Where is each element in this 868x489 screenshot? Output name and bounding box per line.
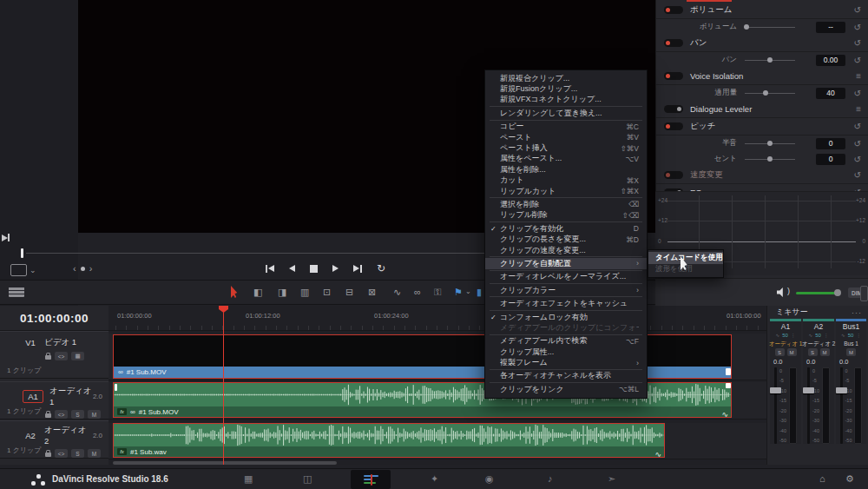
audio-level-curve-icon[interactable]: ∿	[721, 410, 728, 419]
mixer-strip-bus1[interactable]: Bus1∿50⋮Bus 1M0.00-5-10-15-20-30-40-50	[836, 319, 866, 444]
pan-value[interactable]: 50	[815, 333, 821, 338]
skip-back-button[interactable]	[266, 263, 274, 274]
timeline-ruler[interactable]: 01:00:00:0001:00:12:0001:00:24:0001:01:0…	[108, 306, 766, 331]
viewer-options-button[interactable]	[10, 264, 27, 276]
edit-page-icon[interactable]	[364, 475, 378, 485]
razor-tool-icon[interactable]: ▥	[300, 286, 309, 298]
pan-value[interactable]: 50	[848, 333, 854, 338]
fusion-page-icon[interactable]: ✦	[431, 473, 438, 485]
section-toggle[interactable]	[664, 122, 683, 130]
parameter-slider[interactable]	[745, 27, 795, 28]
parameter-slider[interactable]	[745, 60, 795, 61]
menu-item[interactable]: メディアプール内で検索⌥F	[485, 336, 647, 347]
track-header-a1[interactable]: A1オーディオ 12.0<>SM1 クリップ	[0, 381, 108, 420]
media-page-icon[interactable]: ▦	[244, 473, 253, 485]
menu-item[interactable]: クリップカラー›	[485, 285, 647, 295]
play-button[interactable]	[332, 263, 339, 274]
audio-level-curve-icon[interactable]: ∿	[654, 450, 661, 459]
jog-control[interactable]: ‹›	[73, 263, 92, 274]
menu-item[interactable]: 各オーディオチャンネルを表示	[485, 371, 647, 381]
section-toggle[interactable]	[664, 6, 683, 14]
timeline-horizontal-scrollbar[interactable]	[113, 461, 337, 465]
menu-item[interactable]: クリップの速度を変更...	[485, 245, 647, 255]
parameter-slider[interactable]	[745, 93, 795, 94]
fx-curve-icon[interactable]: ∿	[776, 333, 780, 338]
viewer-options-chevron-icon[interactable]: ⌄	[30, 266, 36, 274]
menu-item[interactable]: 属性をペースト...⌥V	[485, 154, 647, 164]
solo-button[interactable]: S	[71, 449, 84, 458]
mixer-options-icon[interactable]: ···	[852, 308, 862, 317]
insert-clip-icon[interactable]: ⊡	[323, 286, 331, 298]
solo-button[interactable]: S	[808, 348, 818, 356]
playhead[interactable]	[223, 306, 224, 465]
mute-button[interactable]: M	[846, 348, 856, 356]
cut-page-icon[interactable]: ◫	[303, 473, 312, 485]
fader-track[interactable]	[840, 367, 843, 444]
retime-curve-icon[interactable]: ∿	[393, 286, 401, 298]
mute-button[interactable]: M	[787, 348, 797, 356]
menu-item[interactable]: オーディオレベルをノーマライズ...	[485, 272, 647, 282]
menu-item[interactable]: 新規VFXコネクトクリップ...	[485, 95, 647, 105]
fader-track[interactable]	[774, 367, 777, 444]
fader-handle[interactable]	[836, 387, 847, 393]
menu-item[interactable]: コピー⌘C	[485, 122, 647, 132]
jump-to-end-icon[interactable]	[2, 234, 10, 241]
link-clips-icon[interactable]: ∞	[414, 286, 421, 298]
section-toggle[interactable]	[664, 105, 683, 113]
menu-item[interactable]: クリップ属性...	[485, 347, 647, 357]
fader-track[interactable]	[807, 367, 810, 444]
trim-edit-mode-icon[interactable]: ◧	[253, 286, 262, 298]
slider-knob[interactable]	[767, 141, 773, 146]
auto-select-icon[interactable]: <>	[55, 352, 68, 360]
speaker-icon[interactable]	[777, 287, 786, 297]
solo-button[interactable]: S	[71, 410, 84, 419]
track-header-a2[interactable]: A2オーディオ 22.0<>SM1 クリップ	[0, 420, 108, 459]
lock-icon[interactable]	[45, 413, 51, 418]
mute-button[interactable]: M	[88, 449, 101, 458]
menu-item[interactable]: リップル削除⇧⌫	[485, 210, 647, 221]
solo-button[interactable]: S	[775, 348, 785, 356]
auto-select-icon[interactable]: <>	[55, 449, 68, 458]
edit-point-handle[interactable]	[726, 368, 731, 375]
section-toggle[interactable]	[664, 72, 683, 80]
home-icon[interactable]: ⌂	[819, 473, 825, 484]
slider-knob[interactable]	[763, 90, 768, 96]
reset-icon[interactable]: ↺	[854, 38, 861, 48]
fairlight-page-icon[interactable]: ♪	[548, 473, 553, 484]
reset-icon[interactable]: ↺	[854, 170, 861, 180]
parameter-value[interactable]: 0.00	[816, 55, 845, 66]
pan-value[interactable]: 50	[782, 333, 788, 338]
skip-forward-button[interactable]	[353, 263, 362, 274]
overwrite-clip-icon[interactable]: ⊟	[345, 286, 353, 298]
menu-item[interactable]: クリップを自動配置›	[485, 258, 647, 268]
film-icon[interactable]: ▦	[71, 352, 84, 360]
menu-item[interactable]: ✓クリップを有効化D	[485, 223, 647, 234]
track-id-badge[interactable]: V1	[23, 337, 38, 348]
slider-knob[interactable]	[767, 156, 773, 162]
track-id-badge[interactable]: A2	[23, 430, 38, 441]
parameter-slider[interactable]	[745, 159, 795, 160]
section-toggle[interactable]	[664, 171, 683, 179]
marker-button[interactable]: ▮	[477, 286, 482, 298]
monitor-volume-slider[interactable]	[796, 292, 838, 294]
parameter-value[interactable]: 40	[816, 88, 845, 99]
track-id-badge[interactable]: A1	[23, 390, 43, 403]
stop-button[interactable]	[310, 263, 318, 274]
selection-tool-icon[interactable]	[231, 286, 240, 298]
menu-item[interactable]: 複製フレーム›	[485, 357, 647, 367]
parameter-value[interactable]: --	[816, 22, 845, 33]
menu-item[interactable]: 新規複合クリップ...	[485, 73, 647, 83]
meter-options-icon[interactable]: ⋮	[791, 333, 796, 338]
meter-options-icon[interactable]: ⋮	[824, 333, 829, 338]
clip-in-handle[interactable]	[115, 384, 117, 391]
menu-item[interactable]: クリップをリンク⌥⌘L	[485, 384, 647, 394]
lock-icon[interactable]	[45, 355, 51, 360]
section-toggle[interactable]	[664, 39, 683, 47]
deliver-page-icon[interactable]: ➣	[608, 473, 615, 485]
menu-item[interactable]: レンダリングして置き換え...	[485, 108, 647, 118]
dynamic-trim-mode-icon[interactable]: ◨	[278, 286, 286, 298]
menu-item[interactable]: カット⌘X	[485, 175, 647, 186]
reset-icon[interactable]: ↺	[845, 155, 861, 164]
timeline-view-icon[interactable]	[9, 287, 24, 297]
sliders-icon[interactable]: ≡	[856, 104, 861, 114]
